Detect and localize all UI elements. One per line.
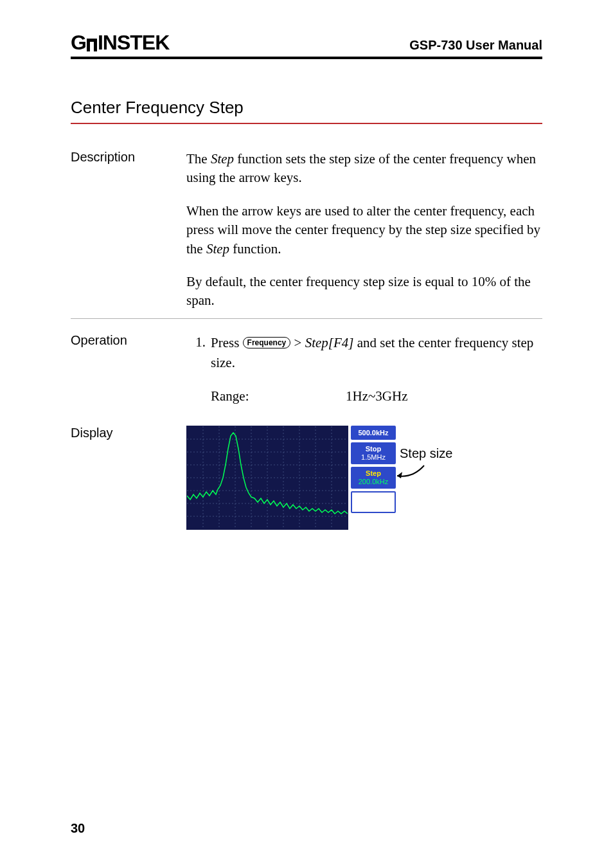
operation-step-1: Press Frequency > Step[F4] and set the c…	[211, 333, 542, 407]
operation-label: Operation	[71, 333, 186, 348]
softkey-start[interactable]: 500.0kHz	[351, 426, 396, 440]
description-para-2: When the arrow keys are used to alter th…	[186, 202, 542, 258]
spectrum-plot-icon	[187, 426, 348, 529]
range-label: Range:	[211, 386, 346, 407]
softkey-stop[interactable]: Stop 1.5MHz	[351, 442, 396, 464]
spectrum-screen	[186, 426, 348, 530]
manual-title: GSP-730 User Manual	[409, 38, 542, 53]
softkey-empty	[351, 491, 396, 513]
description-label: Description	[71, 150, 186, 165]
description-para-1: The Step function sets the step size of …	[186, 150, 542, 188]
annotation-label: Step size	[400, 446, 452, 461]
softkey-column: 500.0kHz Stop 1.5MHz Step 200.0kHz	[351, 426, 396, 513]
step-number: 1.	[186, 333, 211, 352]
softkey-step[interactable]: Step 200.0kHz	[351, 467, 396, 489]
section-heading: Center Frequency Step	[71, 98, 542, 124]
annotation-arrow-icon	[393, 464, 425, 480]
range-value: 1Hz~3GHz	[346, 386, 542, 407]
logo-text-left: G	[71, 32, 86, 53]
page-header: G INSTEK GSP-730 User Manual	[71, 32, 542, 59]
display-label: Display	[71, 426, 186, 530]
section-divider	[71, 318, 542, 319]
logo-bridge-icon	[85, 39, 99, 53]
display-block: Display	[71, 426, 542, 530]
description-body: The Step function sets the step size of …	[186, 150, 542, 311]
description-para-3: By default, the center frequency step si…	[186, 273, 542, 311]
operation-block: Operation 1. Press Frequency > Step[F4] …	[71, 333, 542, 407]
operation-body: 1. Press Frequency > Step[F4] and set th…	[186, 333, 542, 407]
display-graphic: 500.0kHz Stop 1.5MHz Step 200.0kHz Step …	[186, 426, 477, 530]
range-row: Range: 1Hz~3GHz	[211, 386, 542, 407]
page-number: 30	[71, 821, 85, 836]
frequency-key-icon: Frequency	[243, 337, 291, 348]
description-block: Description The Step function sets the s…	[71, 150, 542, 311]
logo-text-right: INSTEK	[98, 32, 169, 53]
brand-logo: G INSTEK	[71, 32, 169, 53]
